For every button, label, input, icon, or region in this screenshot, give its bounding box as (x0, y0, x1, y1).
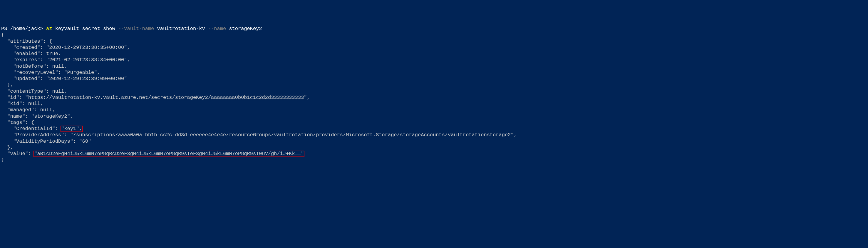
param-vault-name: --vault-name (118, 26, 157, 31)
json-line: "managed": null, (1, 107, 55, 113)
val-name: storageKey2 (229, 26, 262, 31)
json-line: "created": "2020-12-29T23:38:35+00:00", (1, 45, 130, 50)
json-line: { (1, 32, 4, 38)
json-line-value: "value": "aB1cD2eFgH4iJ5kL6mN7oP8qRcD2eF… (1, 151, 304, 157)
json-line: "ProviderAddress": "/subscriptions/aaaa0… (1, 132, 517, 138)
json-line: "expires": "2021-02-26T23:38:34+00:00", (1, 57, 130, 63)
json-line: "contentType": null, (1, 88, 67, 94)
json-line: "id": "https://vaultrotation-kv.vault.az… (1, 95, 310, 100)
json-line: "recoveryLevel": "Purgeable", (1, 70, 100, 75)
json-line: "attributes": { (1, 38, 52, 44)
terminal-output[interactable]: PS /home/jack> az keyvault secret show -… (1, 26, 867, 163)
json-line: }, (1, 82, 13, 88)
val-vault-name: vaultrotation-kv (157, 26, 208, 31)
prompt-gt: > (40, 26, 46, 31)
prompt-line: PS /home/jack> az keyvault secret show -… (1, 26, 262, 31)
json-line: "name": "storageKey2", (1, 114, 73, 119)
highlight-credential-id: "key1", (61, 126, 83, 132)
json-line: "enabled": true, (1, 51, 61, 56)
ps-prefix: PS (1, 26, 10, 31)
cmd-az: az (46, 26, 55, 31)
cmd-sub: keyvault secret show (55, 26, 118, 31)
json-line: "notBefore": null, (1, 63, 67, 69)
prompt-path: /home/jack (10, 26, 40, 31)
json-line: "updated": "2020-12-29T23:39:09+00:00" (1, 76, 127, 82)
json-line: "kid": null, (1, 101, 43, 107)
json-line: } (1, 157, 4, 163)
json-line-credential-id: "CredentialId": "key1", (1, 126, 83, 132)
json-line: "tags": { (1, 120, 34, 125)
json-line: }, (1, 145, 13, 150)
highlight-value: "aB1cD2eFgH4iJ5kL6mN7oP8qRcD2eF3gH4iJ5kL… (33, 150, 304, 157)
param-name: --name (208, 26, 229, 31)
json-line: "ValidityPeriodDays": "60" (1, 139, 91, 144)
